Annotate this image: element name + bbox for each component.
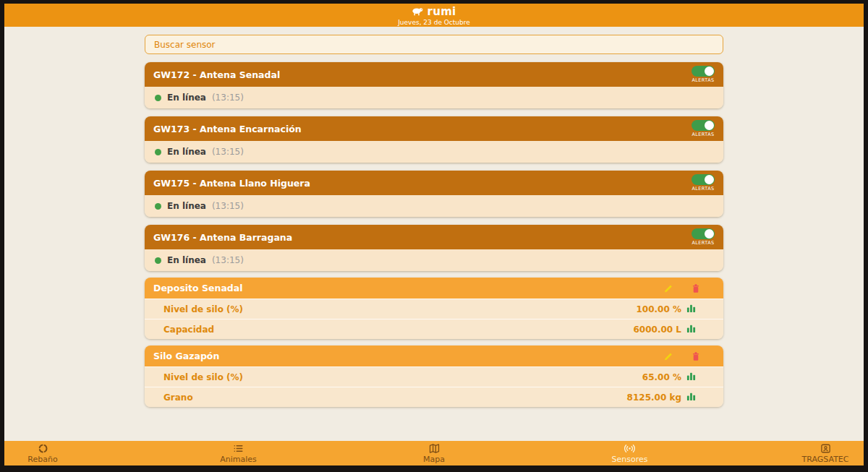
bar-chart-icon[interactable] xyxy=(686,322,696,336)
sensor-actions xyxy=(663,351,715,362)
gateway-card-header: GW172 - Antena Senadal ALERTAS xyxy=(145,62,723,87)
sensor-card-header: Deposito Senadal xyxy=(145,278,723,299)
bar-chart-icon[interactable] xyxy=(686,370,696,384)
sensor-list: Deposito Senadal Nivel de silo (%) xyxy=(145,278,723,407)
online-status-text: En línea xyxy=(167,255,206,265)
alerts-toggle[interactable] xyxy=(692,174,715,185)
gateway-card: GW176 - Antena Barragana ALERTAS En líne… xyxy=(145,225,723,271)
gateway-card: GW175 - Antena Llano Higuera ALERTAS En … xyxy=(145,171,723,217)
alerts-label: ALERTAS xyxy=(692,132,714,137)
toggle-knob xyxy=(705,121,714,130)
status-time: (13:15) xyxy=(212,201,244,211)
metric-value-group: 100.00 % xyxy=(636,302,713,316)
alerts-toggle[interactable] xyxy=(692,228,715,239)
online-status-dot xyxy=(155,257,161,264)
sensor-card: Deposito Senadal Nivel de silo (%) xyxy=(145,278,723,339)
broadcast-icon xyxy=(624,443,636,454)
toggle-knob xyxy=(705,175,714,184)
toggle-knob xyxy=(705,66,714,76)
map-icon xyxy=(429,443,440,454)
online-status-text: En línea xyxy=(167,93,206,103)
bar-chart-icon[interactable] xyxy=(686,302,696,316)
gateway-card-header: GW173 - Antena Encarnación ALERTAS xyxy=(145,116,723,141)
nav-item-rebano[interactable]: Rebaño xyxy=(17,443,68,464)
nav-label: Animales xyxy=(220,455,257,464)
nav-label: Rebaño xyxy=(27,455,57,464)
toggle-knob xyxy=(705,229,714,239)
status-time: (13:15) xyxy=(212,255,244,265)
sensor-metric-row[interactable]: Capacidad 6000.00 L xyxy=(145,319,723,339)
sensor-actions xyxy=(663,283,715,294)
nav-item-animales[interactable]: Animales xyxy=(213,443,264,464)
gateway-list: GW172 - Antena Senadal ALERTAS En línea … xyxy=(145,62,723,271)
edit-pencil-icon[interactable] xyxy=(663,351,674,362)
contact-card-icon xyxy=(820,443,831,454)
sensor-metric-row[interactable]: Nivel de silo (%) 100.00 % xyxy=(145,299,723,319)
gateway-status-row: En línea (13:15) xyxy=(145,87,723,108)
gateway-title: GW176 - Antena Barragana xyxy=(153,232,292,243)
alerts-control: ALERTAS xyxy=(692,66,715,83)
status-time: (13:15) xyxy=(212,147,244,157)
bottom-navbar: Rebaño Animales xyxy=(4,441,864,465)
online-status-dot xyxy=(155,203,161,210)
metric-value: 65.00 % xyxy=(642,372,681,382)
sheep-icon xyxy=(412,7,423,16)
alerts-label: ALERTAS xyxy=(692,77,714,83)
sensor-card-header: Silo Gazapón xyxy=(145,346,723,366)
list-icon xyxy=(233,443,244,454)
gateway-title: GW173 - Antena Encarnación xyxy=(153,124,302,134)
nav-label: Sensores xyxy=(612,455,648,464)
gateway-title: GW172 - Antena Senadal xyxy=(153,69,280,80)
online-status-text: En línea xyxy=(167,201,206,211)
metric-value-group: 6000.00 L xyxy=(634,322,713,336)
gateway-card-header: GW176 - Antena Barragana ALERTAS xyxy=(145,225,723,249)
online-status-text: En línea xyxy=(167,147,206,157)
brand: rumi xyxy=(412,5,456,18)
nav-label: TRAGSATEC xyxy=(802,455,849,464)
metric-label: Capacidad xyxy=(163,325,214,335)
app-screen: rumi Jueves, 23 de Octubre GW172 - Anten… xyxy=(4,4,864,465)
metric-value: 8125.00 kg xyxy=(627,392,681,403)
alerts-control: ALERTAS xyxy=(692,120,715,137)
metric-value: 100.00 % xyxy=(636,304,681,314)
alerts-label: ALERTAS xyxy=(692,186,714,192)
sensor-metric-row[interactable]: Grano 8125.00 kg xyxy=(145,387,723,407)
sensor-card: Silo Gazapón Nivel de silo (%) xyxy=(145,346,723,407)
header-date: Jueves, 23 de Octubre xyxy=(398,19,470,26)
sensor-title: Deposito Senadal xyxy=(153,283,243,293)
gateway-card: GW172 - Antena Senadal ALERTAS En línea … xyxy=(145,62,723,108)
metric-value-group: 8125.00 kg xyxy=(627,390,713,404)
gateway-card: GW173 - Antena Encarnación ALERTAS En lí… xyxy=(145,116,723,163)
sensor-rows: Nivel de silo (%) 65.00 % Grano 8125.00 … xyxy=(145,366,723,407)
online-status-dot xyxy=(155,95,161,101)
status-time: (13:15) xyxy=(212,93,244,103)
delete-trash-icon[interactable] xyxy=(690,283,702,294)
gateway-card-header: GW175 - Antena Llano Higuera ALERTAS xyxy=(145,171,723,195)
alerts-toggle[interactable] xyxy=(692,66,715,77)
sync-icon xyxy=(38,443,48,454)
sensor-title: Silo Gazapón xyxy=(153,351,219,361)
metric-label: Nivel de silo (%) xyxy=(163,304,243,314)
search-input[interactable] xyxy=(145,35,723,54)
app-header: rumi Jueves, 23 de Octubre xyxy=(4,4,864,27)
metric-value-group: 65.00 % xyxy=(642,370,713,384)
bar-chart-icon[interactable] xyxy=(686,390,696,404)
delete-trash-icon[interactable] xyxy=(690,351,702,362)
gateway-status-row: En línea (13:15) xyxy=(145,141,723,163)
sensor-metric-row[interactable]: Nivel de silo (%) 65.00 % xyxy=(145,366,723,387)
main-content: GW172 - Antena Senadal ALERTAS En línea … xyxy=(4,27,864,441)
app-title: rumi xyxy=(427,5,456,18)
metric-value: 6000.00 L xyxy=(634,325,681,335)
alerts-control: ALERTAS xyxy=(692,228,715,246)
gateway-status-row: En línea (13:15) xyxy=(145,195,723,217)
edit-pencil-icon[interactable] xyxy=(663,283,674,294)
online-status-dot xyxy=(155,149,161,155)
sensor-rows: Nivel de silo (%) 100.00 % Capacidad 600… xyxy=(145,299,723,339)
nav-item-sensores[interactable]: Sensores xyxy=(605,443,655,464)
nav-item-mapa[interactable]: Mapa xyxy=(409,443,459,464)
gateway-title: GW175 - Antena Llano Higuera xyxy=(153,178,310,189)
alerts-label: ALERTAS xyxy=(692,240,714,246)
metric-label: Nivel de silo (%) xyxy=(163,372,243,382)
nav-item-tragsatec[interactable]: TRAGSATEC xyxy=(800,443,851,464)
alerts-toggle[interactable] xyxy=(692,120,715,131)
